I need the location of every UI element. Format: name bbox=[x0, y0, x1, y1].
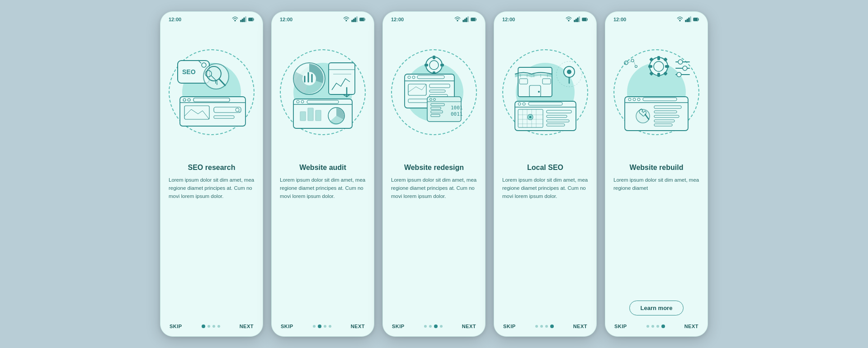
status-icons-1 bbox=[232, 16, 255, 23]
next-button-2[interactable]: NEXT bbox=[351, 324, 365, 329]
svg-rect-33 bbox=[352, 20, 353, 22]
status-bar-2: 12:00 bbox=[272, 12, 374, 24]
phone-website-audit: 12:00 bbox=[271, 11, 374, 337]
dot-3-0 bbox=[424, 325, 427, 328]
status-time-2: 12:00 bbox=[280, 17, 292, 22]
status-bar-5: 12:00 bbox=[605, 12, 708, 24]
status-bar-3: 12:00 bbox=[383, 12, 485, 24]
svg-rect-146 bbox=[648, 65, 652, 68]
svg-rect-96 bbox=[574, 20, 575, 22]
phone-desc-2: Lorem ipsum dolor sit dim amet, mea regi… bbox=[280, 176, 366, 319]
wifi-icon-2 bbox=[343, 16, 349, 23]
svg-rect-2 bbox=[242, 19, 243, 22]
next-button-5[interactable]: NEXT bbox=[684, 324, 698, 329]
status-time-3: 12:00 bbox=[391, 17, 404, 22]
svg-point-158 bbox=[624, 61, 628, 65]
phone-desc-4: Lorem ipsum dolor sit dim amet, mea regi… bbox=[502, 176, 588, 319]
dot-4-2 bbox=[545, 325, 548, 328]
svg-point-155 bbox=[683, 66, 687, 71]
dot-5-0 bbox=[646, 325, 649, 328]
svg-point-0 bbox=[235, 20, 236, 21]
website-audit-svg bbox=[280, 49, 366, 135]
status-icons-2 bbox=[343, 16, 366, 23]
phone-content-5: Website rebuild Lorem ipsum dolor sit di… bbox=[605, 160, 708, 319]
status-icons-5 bbox=[677, 16, 699, 23]
wifi-icon-4 bbox=[566, 16, 572, 23]
svg-rect-57 bbox=[316, 110, 321, 121]
svg-rect-97 bbox=[576, 19, 576, 22]
phone-nav-1: SKIP NEXT bbox=[160, 319, 263, 336]
skip-button-3[interactable]: SKIP bbox=[392, 324, 405, 329]
battery-icon bbox=[248, 16, 255, 23]
next-button-4[interactable]: NEXT bbox=[573, 324, 587, 329]
dot-2-2 bbox=[324, 325, 326, 328]
skip-button-5[interactable]: SKIP bbox=[614, 324, 627, 329]
svg-line-162 bbox=[634, 61, 635, 65]
svg-rect-102 bbox=[518, 67, 552, 97]
phone-nav-2: SKIP NEXT bbox=[272, 319, 374, 336]
next-button-1[interactable]: NEXT bbox=[240, 324, 254, 329]
svg-rect-61 bbox=[464, 19, 465, 22]
illustration-website-rebuild bbox=[605, 24, 708, 160]
svg-rect-38 bbox=[360, 19, 363, 21]
battery-icon-4 bbox=[582, 16, 588, 23]
dot-2-0 bbox=[313, 325, 316, 328]
phone-desc-5: Lorem ipsum dolor sit dim amet, mea regi… bbox=[613, 176, 699, 296]
svg-point-32 bbox=[346, 20, 347, 21]
status-icons-4 bbox=[566, 16, 588, 23]
svg-rect-60 bbox=[463, 20, 464, 22]
dots-2 bbox=[313, 324, 331, 328]
phone-content-1: SEO research Lorem ipsum dolor sit dim a… bbox=[160, 160, 263, 319]
svg-point-130 bbox=[529, 116, 532, 118]
svg-rect-65 bbox=[471, 19, 475, 21]
learn-more-button[interactable]: Learn more bbox=[629, 301, 684, 315]
dot-3-2 bbox=[434, 324, 438, 328]
svg-rect-36 bbox=[356, 17, 357, 22]
phone-content-3: Website redesign Lorem ipsum dolor sit d… bbox=[383, 160, 485, 319]
svg-rect-6 bbox=[249, 19, 252, 21]
svg-text:0011: 0011 bbox=[451, 111, 463, 117]
dot-2-1 bbox=[318, 324, 321, 328]
signal-icon-3 bbox=[462, 16, 469, 23]
svg-rect-34 bbox=[353, 19, 354, 22]
svg-rect-63 bbox=[467, 17, 468, 22]
skip-button-1[interactable]: SKIP bbox=[170, 324, 182, 329]
phone-content-4: Local SEO Lorem ipsum dolor sit dim amet… bbox=[494, 160, 596, 319]
illustration-website-redesign: 1001 0011 bbox=[383, 24, 485, 160]
seo-research-svg: SEO bbox=[169, 49, 255, 135]
wifi-icon bbox=[232, 16, 238, 23]
phone-title-3: Website redesign bbox=[391, 164, 477, 172]
dot-5-3 bbox=[661, 324, 665, 328]
battery-icon-5 bbox=[693, 16, 699, 23]
next-button-3[interactable]: NEXT bbox=[462, 324, 476, 329]
status-bar-4: 12:00 bbox=[494, 12, 596, 24]
dot-4-1 bbox=[540, 325, 543, 328]
svg-rect-136 bbox=[685, 20, 686, 22]
phone-title-4: Local SEO bbox=[502, 164, 588, 172]
signal-icon-4 bbox=[574, 16, 580, 23]
status-time-1: 12:00 bbox=[169, 17, 181, 22]
svg-rect-4 bbox=[245, 17, 246, 22]
svg-point-66 bbox=[426, 57, 442, 73]
svg-rect-55 bbox=[300, 112, 306, 121]
illustration-website-audit bbox=[272, 24, 374, 160]
wifi-icon-5 bbox=[677, 16, 683, 23]
skip-button-2[interactable]: SKIP bbox=[281, 324, 293, 329]
phone-nav-5: SKIP NEXT bbox=[605, 319, 708, 336]
dots-3 bbox=[424, 324, 443, 328]
dots-5 bbox=[646, 324, 665, 328]
status-time-4: 12:00 bbox=[502, 17, 515, 22]
dot-1-1 bbox=[208, 325, 210, 328]
svg-point-95 bbox=[568, 20, 569, 21]
dot-4-3 bbox=[550, 324, 554, 328]
dot-2-3 bbox=[329, 325, 331, 328]
status-bar-1: 12:00 bbox=[160, 12, 263, 24]
dot-1-0 bbox=[202, 324, 205, 328]
illustration-local-seo bbox=[494, 24, 596, 160]
phone-seo-research: 12:00 SEO bbox=[160, 11, 263, 337]
skip-button-4[interactable]: SKIP bbox=[503, 324, 516, 329]
svg-rect-44 bbox=[329, 63, 355, 94]
svg-rect-144 bbox=[657, 56, 660, 60]
svg-rect-139 bbox=[690, 17, 691, 22]
signal-icon bbox=[240, 16, 246, 23]
